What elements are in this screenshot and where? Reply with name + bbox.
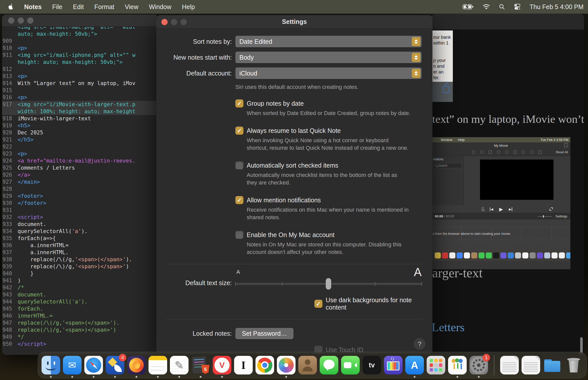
imovie-clock: Tue Feb 3 3:58 PM bbox=[540, 138, 568, 142]
line-number bbox=[2, 108, 18, 115]
dock-item-passwords[interactable] bbox=[448, 356, 467, 374]
search-icon[interactable] bbox=[499, 2, 505, 11]
menu-clock[interactable]: Thu Feb 5 4:00 PM bbox=[530, 3, 583, 11]
code-line: 926</a> bbox=[2, 171, 157, 178]
dock-item-vivaldi[interactable]: V bbox=[213, 356, 231, 374]
dock-item-downloads-folder[interactable] bbox=[543, 356, 562, 374]
code-line: 941) bbox=[2, 277, 157, 284]
code-text: ) bbox=[18, 277, 157, 284]
code-text: <a href="mailto:e-mail@justin-reeves. bbox=[18, 157, 157, 164]
code-text: document. bbox=[18, 291, 157, 298]
caption-line: Receive notifications on this Mac when y… bbox=[247, 206, 432, 214]
checkbox-use-dark-backgrounds-for-note-content[interactable]: ✓ bbox=[314, 300, 322, 308]
text-size-slider[interactable]: A A bbox=[235, 269, 422, 294]
code-text: iMovie-with-larger-text bbox=[18, 115, 157, 122]
instapaper-icon: I bbox=[234, 356, 253, 374]
code-area[interactable]: <img src="i/mail-mac.png" alt="" widtaut… bbox=[2, 27, 157, 355]
menu-item-help[interactable]: Help bbox=[182, 3, 195, 11]
dock-item-messages[interactable] bbox=[320, 356, 338, 374]
checkbox-enable-the-on-my-mac-account[interactable] bbox=[235, 231, 243, 239]
battery-charging-icon[interactable] bbox=[463, 2, 474, 11]
passwords-icon bbox=[448, 356, 467, 374]
dock-item-apple-tv[interactable]: tv bbox=[362, 356, 381, 374]
editor-zoom-button[interactable] bbox=[27, 17, 33, 24]
dock-item-firefox[interactable] bbox=[127, 356, 146, 374]
settings-zoom-button[interactable] bbox=[180, 19, 187, 25]
section-divider bbox=[166, 264, 422, 264]
code-line: 944querySelectorAll('a'). bbox=[2, 298, 157, 305]
dock-item-mail[interactable]: ✉ bbox=[63, 356, 82, 374]
menu-item-view[interactable]: View bbox=[125, 3, 138, 11]
control-center-icon[interactable] bbox=[514, 2, 521, 11]
slider-thumb[interactable] bbox=[326, 278, 331, 290]
line-number: 930 bbox=[2, 200, 18, 207]
dock-item-document-2[interactable] bbox=[522, 356, 540, 374]
dock-item-document-1[interactable] bbox=[500, 356, 519, 374]
imovie-transitions-tab: nsitions bbox=[433, 158, 462, 161]
help-button[interactable]: ? bbox=[414, 338, 425, 350]
settings-close-button[interactable] bbox=[161, 19, 168, 25]
dock-item-finder[interactable] bbox=[42, 356, 60, 374]
chrome-icon bbox=[255, 356, 274, 374]
settings-title-bar[interactable]: Settings bbox=[156, 15, 432, 29]
code-line: 918iMovie-with-larger-text bbox=[2, 115, 157, 122]
line-number: 931 bbox=[2, 207, 18, 214]
browser-scrollbar[interactable] bbox=[580, 337, 583, 354]
line-number: 924 bbox=[2, 157, 18, 164]
popup-label: Default account: bbox=[156, 70, 232, 77]
dock-item-photos[interactable] bbox=[277, 356, 296, 374]
dock-item-chrome[interactable] bbox=[255, 356, 274, 374]
mini-dock-icon bbox=[464, 252, 470, 258]
checkbox-allow-mention-notifications[interactable]: ✓ bbox=[235, 196, 243, 204]
dock-item-safari[interactable] bbox=[84, 356, 103, 374]
editor-close-button[interactable] bbox=[8, 17, 14, 24]
code-line: 923<p> bbox=[2, 150, 157, 157]
speed-icon bbox=[522, 150, 525, 154]
settings-minimize-button[interactable] bbox=[171, 19, 177, 25]
dock-item-system-settings[interactable]: 1 bbox=[469, 356, 488, 374]
checkbox-row: ✓Allow mention notifications bbox=[235, 196, 432, 204]
dock-item-facetime[interactable] bbox=[341, 356, 360, 374]
skip-back-icon: ◀ bbox=[490, 207, 493, 211]
dock-item-contacts[interactable] bbox=[298, 356, 317, 374]
caption-line: When sorted by Date Edited or Date Creat… bbox=[247, 109, 432, 117]
code-text: <footer> bbox=[18, 193, 157, 200]
checkbox-group-notes-by-date[interactable]: ✓ bbox=[235, 99, 243, 107]
dock-item-notes[interactable] bbox=[149, 356, 167, 374]
menu-item-format[interactable]: Format bbox=[94, 3, 114, 11]
letters-link-fragment[interactable]: Letters bbox=[432, 320, 465, 334]
popup-button-new-notes-start-with[interactable]: Body bbox=[235, 52, 422, 63]
editor-minimize-button[interactable] bbox=[18, 17, 24, 24]
popup-label: Sort notes by: bbox=[156, 38, 232, 45]
imovie-screenshot-dock bbox=[433, 250, 569, 261]
checkbox-always-resume-to-last-quick-note[interactable]: ✓ bbox=[235, 127, 243, 135]
menu-item-file[interactable]: File bbox=[52, 3, 62, 11]
wifi-icon[interactable] bbox=[483, 2, 490, 11]
popup-button-default-account[interactable]: iCloud bbox=[235, 67, 422, 79]
dock-item-iina[interactable] bbox=[384, 356, 402, 374]
messages-icon bbox=[320, 356, 338, 374]
checkbox-automatically-sort-checked-items[interactable] bbox=[235, 161, 243, 169]
running-indicator bbox=[157, 376, 159, 378]
menu-app-name[interactable]: Notes bbox=[24, 3, 42, 11]
browser-toolbar[interactable] bbox=[432, 14, 584, 30]
slider-tick bbox=[375, 282, 376, 286]
code-text: <img src="i/mail-mac.png" alt="" widt bbox=[18, 27, 157, 30]
set-password-button[interactable]: Set Password… bbox=[235, 328, 293, 339]
menu-item-edit[interactable]: Edit bbox=[73, 3, 84, 11]
dock-item-trash[interactable] bbox=[564, 356, 583, 374]
popup-stepper-icon bbox=[412, 69, 420, 78]
apple-menu-icon[interactable] bbox=[8, 2, 14, 11]
dock-item-instapaper[interactable]: I bbox=[234, 356, 253, 374]
code-line: 922 bbox=[2, 143, 157, 150]
dock-item-pixelmator[interactable]: 4 bbox=[106, 356, 124, 374]
dock-item-html-document[interactable]: 5 bbox=[191, 356, 210, 374]
dock-item-textedit[interactable]: ✎ bbox=[170, 356, 189, 374]
running-indicator bbox=[136, 376, 137, 378]
dock-item-app-store[interactable]: A bbox=[405, 356, 424, 374]
menu-item-window[interactable]: Window bbox=[149, 3, 171, 11]
mini-dock-icon bbox=[449, 252, 455, 258]
popup-button-sort-notes-by[interactable]: Date Edited bbox=[235, 36, 422, 47]
editor-title-bar[interactable] bbox=[2, 15, 157, 27]
dock-item-launchpad[interactable] bbox=[427, 356, 445, 374]
